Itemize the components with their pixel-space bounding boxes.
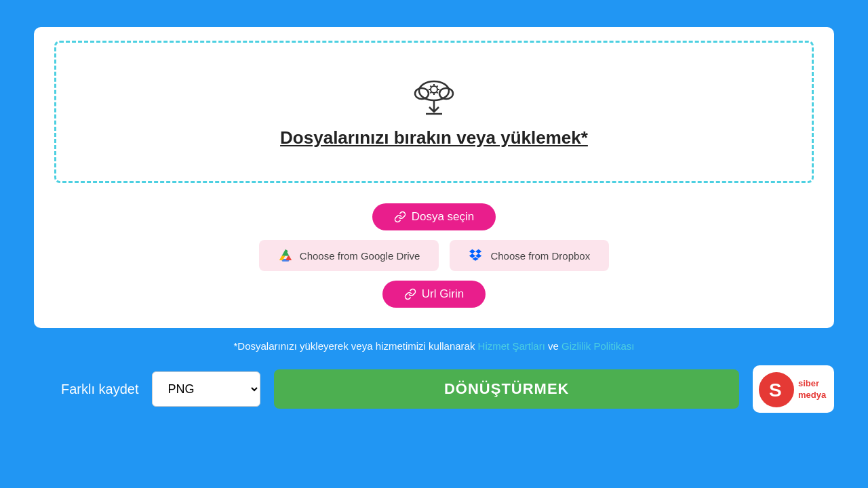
- brand-logo: S siber medya: [756, 367, 831, 411]
- format-select[interactable]: PNG JPG PDF WEBP GIF BMP: [152, 371, 260, 407]
- main-card: Dosyalarınızı bırakın veya yüklemek* Dos…: [34, 27, 834, 328]
- svg-text:medya: medya: [798, 390, 827, 400]
- file-select-label: Dosya seçin: [412, 210, 475, 224]
- svg-line-9: [437, 92, 438, 94]
- drop-zone-text: Dosyalarınızı bırakın veya yüklemek*: [280, 127, 588, 148]
- cloud-upload-icon: [407, 76, 461, 117]
- google-drive-button[interactable]: Choose from Google Drive: [259, 240, 439, 271]
- drop-zone[interactable]: Dosyalarınızı bırakın veya yüklemek*: [54, 41, 814, 183]
- url-link-icon: [404, 288, 416, 300]
- footer-text-before: *Dosyalarınızı yükleyerek veya hizmetimi…: [233, 340, 477, 352]
- svg-text:siber: siber: [798, 378, 819, 388]
- footer-text-middle: ve: [545, 340, 561, 352]
- terms-link[interactable]: Hizmet Şartları: [478, 340, 545, 352]
- bottom-bar: Farklı kaydet PNG JPG PDF WEBP GIF BMP D…: [34, 365, 834, 413]
- convert-button[interactable]: DÖNÜŞTÜRMEK: [274, 369, 739, 409]
- convert-button-label: DÖNÜŞTÜRMEK: [444, 380, 570, 397]
- privacy-link[interactable]: Gizlilik Politikası: [561, 340, 635, 352]
- google-drive-icon: [278, 248, 293, 263]
- url-button[interactable]: Url Girin: [382, 281, 486, 308]
- footer-text: *Dosyalarınızı yükleyerek veya hizmetimi…: [233, 340, 634, 352]
- svg-line-11: [431, 92, 432, 94]
- dropbox-button[interactable]: Choose from Dropbox: [450, 240, 609, 271]
- buttons-row: Dosya seçin Choose from Google Drive: [34, 203, 834, 308]
- link-icon: [394, 211, 406, 223]
- dropbox-label: Choose from Dropbox: [490, 250, 590, 262]
- svg-point-3: [431, 86, 437, 93]
- cloud-buttons-row: Choose from Google Drive Choose from Dro…: [259, 240, 609, 271]
- svg-line-10: [437, 85, 438, 87]
- google-drive-label: Choose from Google Drive: [300, 250, 420, 262]
- logo-area: S siber medya: [753, 365, 834, 413]
- file-select-button[interactable]: Dosya seçin: [372, 203, 496, 230]
- url-label: Url Girin: [422, 287, 464, 301]
- svg-line-8: [431, 85, 432, 87]
- svg-text:S: S: [769, 380, 782, 401]
- save-format-label: Farklı kaydet: [61, 382, 138, 397]
- dropbox-icon: [469, 248, 484, 263]
